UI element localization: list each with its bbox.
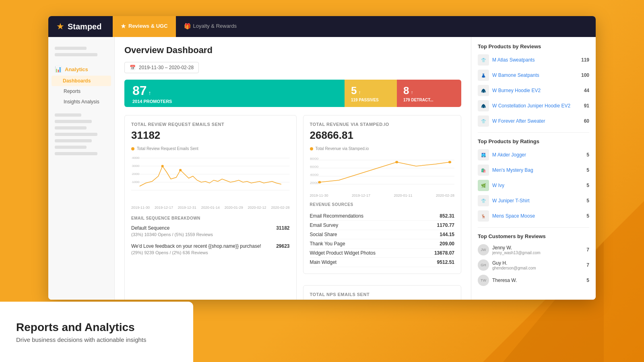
metrics-row: Total Review Request Emails Sent 31182 T… (124, 115, 461, 300)
x-label: 2020-01-29 (225, 206, 243, 210)
revenue-legend-text: Total Revenue via Stamped.io (316, 146, 369, 151)
nps-emails-title: Total NPS Emails Sent (310, 292, 455, 297)
promoters-score: 87 (132, 83, 147, 98)
seq-count-2: 29623 (276, 243, 289, 249)
svg-text:2000: 2000 (132, 172, 140, 176)
nps-promoters: 87 ↑ 2014 PROMOTERS (124, 80, 345, 107)
customer-count-2: 7 (586, 262, 589, 268)
rating-thumb-1: 🩳 (478, 149, 489, 160)
rating-thumb-2: 🛍️ (478, 165, 489, 176)
promo-subtitle: Drive business decisions with actionable… (16, 336, 177, 343)
revenue-legend-dot (310, 147, 313, 150)
revenue-row-4: Thank You Page 209.00 (310, 239, 455, 249)
customer-name-1: Jenny W. (492, 245, 583, 251)
svg-text:6000: 6000 (310, 165, 318, 169)
passives-arrow-icon: ↑ (358, 90, 361, 95)
rating-count-3: 5 (586, 183, 589, 188)
rating-thumb-3: 🌿 (478, 180, 489, 191)
nps-emails-card: Total NPS Emails Sent 31182 (303, 285, 462, 300)
legend-text: Total Review Request Emails Sent (137, 146, 198, 151)
rating-count-4: 5 (586, 198, 589, 204)
rating-name-3[interactable]: W Ivy (492, 183, 583, 188)
nps-detractors: 8 ↑ 179 DETRACT... (397, 80, 461, 107)
skeleton-line (55, 126, 87, 130)
rating-name-1[interactable]: M Akder Jogger (492, 152, 583, 158)
product-item-5: 👕 W Forever After Sweater 60 (478, 115, 589, 127)
detractors-label: 179 DETRACT... (403, 98, 433, 102)
rev-source-name-5: Widget Product Widget Photos (310, 250, 376, 256)
skeleton-line (55, 53, 97, 56)
rating-item-5: 🦌 Mens Space Moose 5 (478, 210, 589, 222)
promoters-label: 2014 PROMOTERS (132, 99, 172, 104)
svg-point-20 (395, 161, 398, 163)
email-seq-header-1: Default Sequence 31182 (131, 225, 290, 231)
x-label: 2020-02-28 (271, 206, 289, 210)
svg-text:2000: 2000 (310, 181, 318, 185)
rev-x-label: 2020-02-28 (436, 193, 454, 197)
date-range-label: 2019-11-30 – 2020-02-28 (139, 65, 194, 70)
product-count-4: 91 (584, 103, 589, 109)
product-thumb-4: 🧥 (478, 100, 489, 111)
logo-area: ★ Stamped (48, 21, 113, 32)
revenue-row-3: Social Share 144.15 (310, 230, 455, 239)
sidebar-item-analytics[interactable]: 📊 Analytics (48, 63, 114, 76)
email-requests-value: 31182 (131, 129, 290, 142)
passives-score: 5 (351, 84, 357, 97)
nav-tab-reviews[interactable]: ★ Reviews & UGC (113, 16, 176, 37)
dashboard-main: Overview Dashboard 📅 2019-11-30 – 2020-0… (115, 37, 471, 300)
seq-sub-1: (33%) 10340 Opens / (5%) 1559 Reviews (131, 232, 290, 237)
customer-count-1: 7 (586, 247, 589, 253)
customer-info-1: Jenny W. jenny_wash13@gmail.com (492, 245, 583, 255)
product-name-2[interactable]: W Bamone Seatpants (492, 72, 578, 78)
svg-point-9 (161, 165, 164, 167)
skeleton-line (55, 113, 81, 117)
reviews-tab-label: Reviews & UGC (128, 23, 168, 29)
rating-item-2: 🛍️ Men's Mystery Bag 5 (478, 165, 589, 176)
calendar-icon: 📅 (130, 65, 136, 70)
right-column: Top Products by Reviews 👕 M Atlas Sweatp… (471, 37, 596, 300)
nav-tab-loyalty[interactable]: 🎁 Loyalty & Rewards (176, 16, 245, 37)
product-name-4[interactable]: W Constellation Juniper Hoodie EV2 (492, 103, 581, 109)
customer-email-2: ghenderson@gmail.com (492, 266, 583, 270)
revenue-row-1: Email Recommendations 852.31 (310, 212, 455, 221)
rating-name-4[interactable]: W Juniper T-Shirt (492, 198, 583, 204)
product-thumb-3: 🧥 (478, 85, 489, 96)
rating-count-1: 5 (586, 152, 589, 158)
customer-item-3: TW Theresa W. 5 (478, 275, 589, 286)
sidebar-item-insights[interactable]: Insights Analysis (48, 97, 114, 107)
revenue-title: Total Revenue via Stamped.io (310, 122, 455, 127)
sidebar-item-dashboards[interactable]: Dashboards (52, 76, 111, 86)
x-label: 2019-11-30 (131, 206, 150, 210)
promo-text-box: Reports and Analytics Drive business dec… (0, 302, 193, 362)
skeleton-line (55, 120, 92, 123)
skeleton-line (55, 133, 97, 136)
revenue-row-5: Widget Product Widget Photos 13678.07 (310, 249, 455, 258)
date-range-picker[interactable]: 📅 2019-11-30 – 2020-02-28 (124, 62, 199, 73)
sidebar-analytics-label: Analytics (65, 66, 88, 72)
top-products-ratings-title: Top Products by Ratings (478, 138, 589, 144)
product-count-1: 119 (581, 57, 589, 63)
product-name-3[interactable]: W Burney Hoodie EV2 (492, 88, 581, 93)
rating-item-3: 🌿 W Ivy 5 (478, 180, 589, 191)
product-name-1[interactable]: M Atlas Sweatpants (492, 57, 578, 63)
rev-source-val-2: 1170.77 (437, 222, 454, 228)
skeleton-line (55, 152, 97, 155)
x-label: 2019-12-31 (178, 206, 196, 210)
rev-source-name-6: Main Widget (310, 259, 337, 265)
revenue-card: Total Revenue via Stamped.io 26866.81 To… (303, 115, 462, 274)
product-thumb-2: 👗 (478, 70, 489, 81)
svg-point-10 (179, 169, 182, 171)
email-chart-x-labels: 2019-11-30 2019-12-17 2019-12-31 2020-01… (131, 206, 290, 210)
promoters-arrow-icon: ↑ (149, 90, 151, 96)
rating-name-5[interactable]: Mens Space Moose (492, 213, 583, 219)
detractors-arrow-icon: ↑ (411, 90, 413, 95)
rating-item-4: 👕 W Juniper T-Shirt 5 (478, 195, 589, 206)
bottom-promo: Reports and Analytics Drive business dec… (0, 302, 644, 362)
sidebar-item-reports[interactable]: Reports (48, 86, 114, 97)
customer-item-2: GH Guy H. ghenderson@gmail.com 7 (478, 259, 589, 271)
sidebar-skeleton-top (48, 43, 114, 63)
email-requests-title: Total Review Request Emails Sent (131, 122, 290, 127)
product-name-5[interactable]: W Forever After Sweater (492, 118, 581, 124)
rating-name-2[interactable]: Men's Mystery Bag (492, 167, 583, 173)
loyalty-icon: 🎁 (184, 23, 191, 29)
